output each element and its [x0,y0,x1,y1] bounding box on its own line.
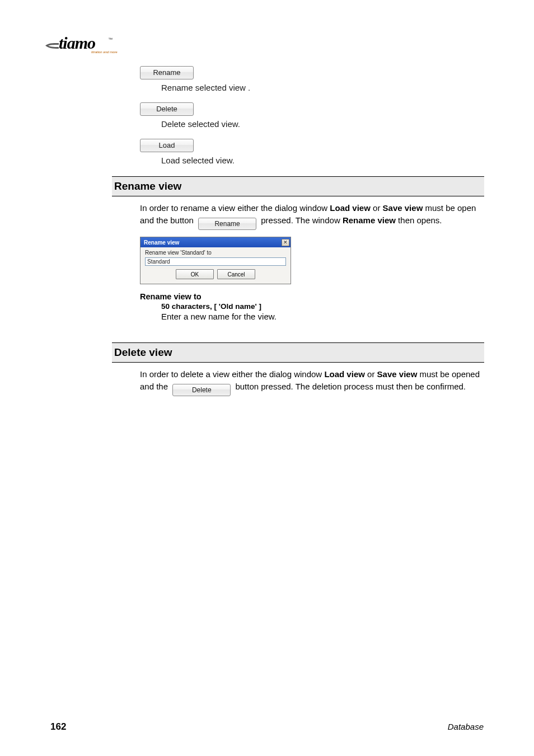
rename-button-inline[interactable]: Rename [198,218,256,230]
text-bold: Rename view [343,215,396,225]
section-heading-delete: Delete view [112,342,484,363]
text-bold: Load view [324,369,365,379]
rename-view-dialog: Rename view ✕ Rename view 'Standard' to … [140,237,291,284]
dialog-titlebar: Rename view ✕ [140,237,291,247]
dialog-ok-button[interactable]: OK [176,269,214,279]
rename-input[interactable] [145,257,286,266]
text-bold: Load view [330,203,371,213]
text-bold: Save view [377,369,418,379]
dialog-title: Rename view [144,240,179,246]
section-heading-rename: Rename view [112,176,484,196]
param-constraint: 50 characters, [ 'Old name' ] [161,302,484,311]
dialog-cancel-button[interactable]: Cancel [217,269,255,279]
text: or [371,203,383,213]
dialog-field-label: Rename view 'Standard' to [145,250,286,256]
delete-button-description: Delete selected view. [161,119,484,129]
logo-trademark: ™ [108,37,113,42]
logo-text: tiamo [59,34,95,53]
text: pressed. The window [259,215,343,225]
load-button-description: Load selected view. [161,156,484,165]
text: In order to delete a view either the dia… [140,369,324,379]
param-description: Enter a new name for the view. [161,312,484,321]
close-icon[interactable]: ✕ [282,239,289,246]
rename-paragraph: In order to rename a view either the dia… [140,202,484,230]
text: then opens. [396,215,442,225]
text: In order to rename a view either the dia… [140,203,330,213]
brand-logo: tiamo ™ titration and more [42,34,123,57]
text: or [365,369,377,379]
footer-section-name: Database [448,722,484,731]
text: button pressed. The deletion process mus… [233,382,466,391]
logo-tagline: titration and more [91,50,118,54]
load-button[interactable]: Load [140,139,194,152]
text-bold: Save view [383,203,423,213]
delete-paragraph: In order to delete a view either the dia… [140,368,484,396]
delete-button-inline[interactable]: Delete [172,384,231,396]
rename-button-description: Rename selected view . [161,83,484,92]
param-heading: Rename view to [140,292,484,301]
delete-button[interactable]: Delete [140,102,194,116]
rename-button[interactable]: Rename [140,66,194,79]
page-number: 162 [50,721,66,732]
logo-arrow-icon [42,41,59,50]
